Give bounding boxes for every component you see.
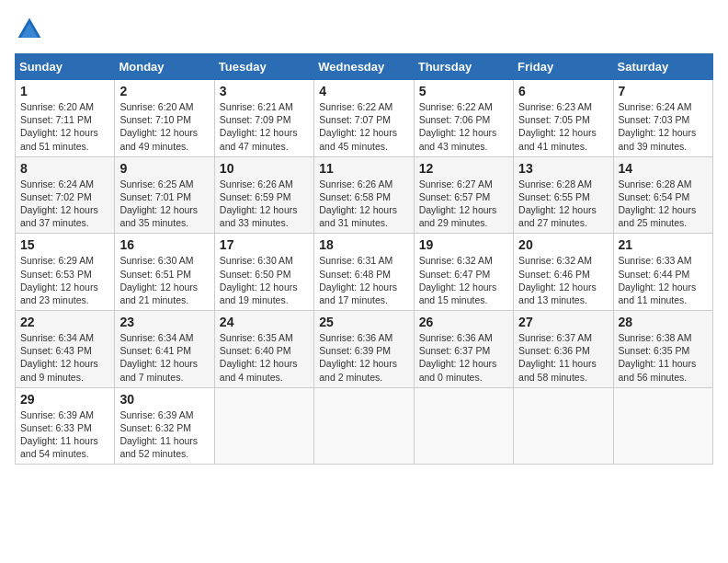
weekday-header: Friday <box>514 54 613 80</box>
weekday-header: Monday <box>115 54 214 80</box>
calendar-cell: 10 Sunrise: 6:26 AM Sunset: 6:59 PM Dayl… <box>214 156 313 234</box>
day-info: Sunrise: 6:21 AM Sunset: 7:09 PM Dayligh… <box>220 100 309 153</box>
day-info: Sunrise: 6:36 AM Sunset: 6:37 PM Dayligh… <box>419 331 508 384</box>
calendar-cell: 1 Sunrise: 6:20 AM Sunset: 7:11 PM Dayli… <box>16 80 115 157</box>
day-number: 2 <box>119 84 209 98</box>
day-info: Sunrise: 6:31 AM Sunset: 6:48 PM Dayligh… <box>319 254 408 306</box>
day-info: Sunrise: 6:32 AM Sunset: 6:47 PM Dayligh… <box>419 254 508 306</box>
day-number: 17 <box>220 237 309 252</box>
day-number: 5 <box>419 84 508 98</box>
day-number: 20 <box>518 237 608 252</box>
day-number: 28 <box>619 315 708 329</box>
calendar-cell: 13 Sunrise: 6:28 AM Sunset: 6:55 PM Dayl… <box>514 156 613 234</box>
calendar-cell <box>613 387 712 465</box>
calendar-cell: 2 Sunrise: 6:20 AM Sunset: 7:10 PM Dayli… <box>115 80 214 157</box>
day-info: Sunrise: 6:39 AM Sunset: 6:32 PM Dayligh… <box>119 408 209 461</box>
calendar-cell: 22 Sunrise: 6:34 AM Sunset: 6:43 PM Dayl… <box>16 311 115 388</box>
day-number: 14 <box>619 161 708 176</box>
day-number: 8 <box>20 161 109 176</box>
calendar-cell: 5 Sunrise: 6:22 AM Sunset: 7:06 PM Dayli… <box>414 80 513 157</box>
day-number: 16 <box>119 237 209 252</box>
weekday-header: Tuesday <box>214 54 313 80</box>
day-info: Sunrise: 6:20 AM Sunset: 7:11 PM Dayligh… <box>20 100 109 153</box>
day-info: Sunrise: 6:24 AM Sunset: 7:03 PM Dayligh… <box>619 100 708 153</box>
calendar-cell <box>514 387 613 465</box>
calendar-cell: 15 Sunrise: 6:29 AM Sunset: 6:53 PM Dayl… <box>16 234 115 311</box>
day-number: 9 <box>119 161 209 176</box>
calendar-cell: 29 Sunrise: 6:39 AM Sunset: 6:33 PM Dayl… <box>16 387 115 465</box>
calendar-cell: 28 Sunrise: 6:38 AM Sunset: 6:35 PM Dayl… <box>613 311 712 388</box>
calendar-cell: 25 Sunrise: 6:36 AM Sunset: 6:39 PM Dayl… <box>314 311 414 388</box>
day-info: Sunrise: 6:26 AM Sunset: 6:58 PM Dayligh… <box>319 178 408 230</box>
day-number: 11 <box>319 161 408 176</box>
calendar-cell: 11 Sunrise: 6:26 AM Sunset: 6:58 PM Dayl… <box>314 156 414 234</box>
calendar-cell: 19 Sunrise: 6:32 AM Sunset: 6:47 PM Dayl… <box>414 234 513 311</box>
calendar-cell: 8 Sunrise: 6:24 AM Sunset: 7:02 PM Dayli… <box>16 156 115 234</box>
calendar-table: SundayMondayTuesdayWednesdayThursdayFrid… <box>15 53 713 465</box>
day-number: 27 <box>518 315 608 329</box>
calendar-cell: 23 Sunrise: 6:34 AM Sunset: 6:41 PM Dayl… <box>115 311 214 388</box>
day-info: Sunrise: 6:32 AM Sunset: 6:46 PM Dayligh… <box>518 254 608 306</box>
calendar-cell: 24 Sunrise: 6:35 AM Sunset: 6:40 PM Dayl… <box>214 311 313 388</box>
page-header <box>15 15 713 44</box>
calendar-cell: 18 Sunrise: 6:31 AM Sunset: 6:48 PM Dayl… <box>314 234 414 311</box>
day-number: 25 <box>319 315 408 329</box>
day-number: 1 <box>20 84 109 98</box>
calendar-cell: 14 Sunrise: 6:28 AM Sunset: 6:54 PM Dayl… <box>613 156 712 234</box>
day-info: Sunrise: 6:39 AM Sunset: 6:33 PM Dayligh… <box>20 408 109 461</box>
day-number: 4 <box>319 84 408 98</box>
day-info: Sunrise: 6:23 AM Sunset: 7:05 PM Dayligh… <box>518 100 608 153</box>
calendar-cell <box>414 387 513 465</box>
day-number: 26 <box>419 315 508 329</box>
day-info: Sunrise: 6:34 AM Sunset: 6:41 PM Dayligh… <box>119 331 209 384</box>
day-number: 15 <box>20 237 109 252</box>
calendar-cell: 4 Sunrise: 6:22 AM Sunset: 7:07 PM Dayli… <box>314 80 414 157</box>
calendar-cell: 7 Sunrise: 6:24 AM Sunset: 7:03 PM Dayli… <box>613 80 712 157</box>
day-info: Sunrise: 6:25 AM Sunset: 7:01 PM Dayligh… <box>119 178 209 230</box>
day-info: Sunrise: 6:28 AM Sunset: 6:54 PM Dayligh… <box>619 178 708 230</box>
calendar-cell <box>314 387 414 465</box>
calendar-cell: 30 Sunrise: 6:39 AM Sunset: 6:32 PM Dayl… <box>115 387 214 465</box>
day-info: Sunrise: 6:29 AM Sunset: 6:53 PM Dayligh… <box>20 254 109 306</box>
day-number: 10 <box>220 161 309 176</box>
calendar-cell <box>214 387 313 465</box>
day-info: Sunrise: 6:20 AM Sunset: 7:10 PM Dayligh… <box>119 100 209 153</box>
calendar-cell: 12 Sunrise: 6:27 AM Sunset: 6:57 PM Dayl… <box>414 156 513 234</box>
day-number: 29 <box>20 392 109 407</box>
day-number: 7 <box>619 84 708 98</box>
day-number: 13 <box>518 161 608 176</box>
day-number: 22 <box>20 315 109 329</box>
calendar-cell: 9 Sunrise: 6:25 AM Sunset: 7:01 PM Dayli… <box>115 156 214 234</box>
calendar-cell: 17 Sunrise: 6:30 AM Sunset: 6:50 PM Dayl… <box>214 234 313 311</box>
day-info: Sunrise: 6:24 AM Sunset: 7:02 PM Dayligh… <box>20 178 109 230</box>
day-number: 6 <box>518 84 608 98</box>
day-number: 19 <box>419 237 508 252</box>
calendar-cell: 6 Sunrise: 6:23 AM Sunset: 7:05 PM Dayli… <box>514 80 613 157</box>
day-info: Sunrise: 6:33 AM Sunset: 6:44 PM Dayligh… <box>619 254 708 306</box>
calendar-cell: 26 Sunrise: 6:36 AM Sunset: 6:37 PM Dayl… <box>414 311 513 388</box>
weekday-header: Saturday <box>613 54 712 80</box>
weekday-header: Wednesday <box>314 54 414 80</box>
day-info: Sunrise: 6:22 AM Sunset: 7:07 PM Dayligh… <box>319 100 408 153</box>
weekday-header: Thursday <box>414 54 513 80</box>
calendar-cell: 21 Sunrise: 6:33 AM Sunset: 6:44 PM Dayl… <box>613 234 712 311</box>
day-info: Sunrise: 6:36 AM Sunset: 6:39 PM Dayligh… <box>319 331 408 384</box>
day-info: Sunrise: 6:28 AM Sunset: 6:55 PM Dayligh… <box>518 178 608 230</box>
day-number: 30 <box>119 392 209 407</box>
day-number: 24 <box>220 315 309 329</box>
day-info: Sunrise: 6:30 AM Sunset: 6:51 PM Dayligh… <box>119 254 209 306</box>
day-info: Sunrise: 6:27 AM Sunset: 6:57 PM Dayligh… <box>419 178 508 230</box>
day-info: Sunrise: 6:34 AM Sunset: 6:43 PM Dayligh… <box>20 331 109 384</box>
day-info: Sunrise: 6:35 AM Sunset: 6:40 PM Dayligh… <box>220 331 309 384</box>
day-info: Sunrise: 6:37 AM Sunset: 6:36 PM Dayligh… <box>518 331 608 384</box>
logo <box>15 15 50 44</box>
day-number: 12 <box>419 161 508 176</box>
weekday-header: Sunday <box>16 54 115 80</box>
logo-icon <box>15 15 44 44</box>
calendar-cell: 27 Sunrise: 6:37 AM Sunset: 6:36 PM Dayl… <box>514 311 613 388</box>
calendar-cell: 16 Sunrise: 6:30 AM Sunset: 6:51 PM Dayl… <box>115 234 214 311</box>
day-info: Sunrise: 6:38 AM Sunset: 6:35 PM Dayligh… <box>619 331 708 384</box>
day-number: 21 <box>619 237 708 252</box>
day-info: Sunrise: 6:30 AM Sunset: 6:50 PM Dayligh… <box>220 254 309 306</box>
day-number: 23 <box>119 315 209 329</box>
